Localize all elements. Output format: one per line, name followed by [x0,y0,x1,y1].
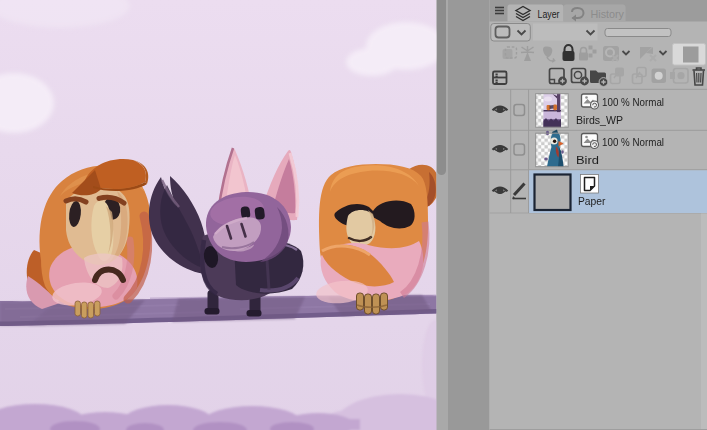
svg-text:Bird: Bird [576,153,599,166]
svg-text:History: History [591,8,625,20]
svg-text:Layer: Layer [538,8,560,20]
svg-text:Birds_WP: Birds_WP [576,113,623,126]
svg-text:100 % Normal: 100 % Normal [602,95,664,108]
svg-text:100 % Normal: 100 % Normal [602,135,664,148]
svg-text:Paper: Paper [578,194,606,207]
